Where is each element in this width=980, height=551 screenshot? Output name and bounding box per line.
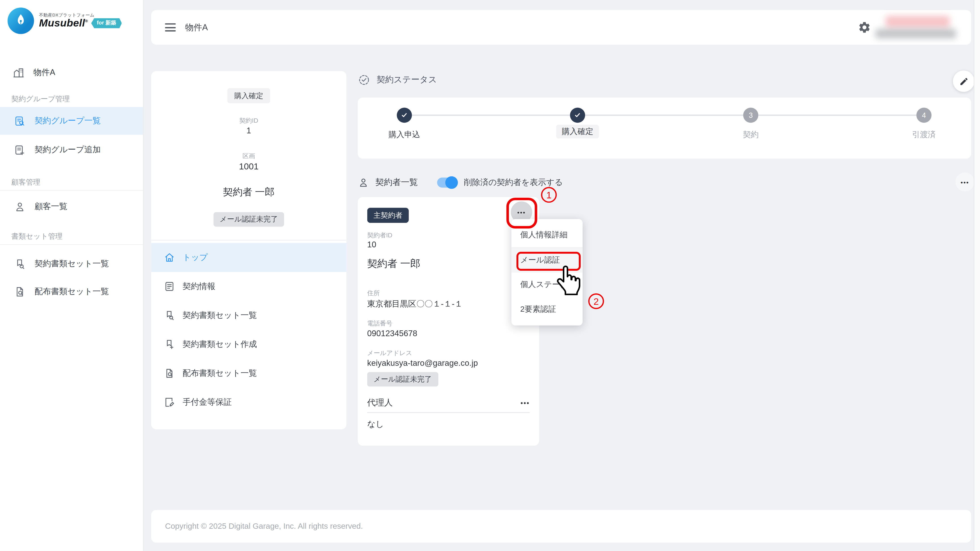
purchase-status-chip: 購入確定 (228, 88, 270, 103)
step-circle-number: 3 (743, 108, 758, 123)
redacted-role-text (886, 16, 950, 28)
group-menu-deposit-guarantee[interactable]: 手付金等保証 (151, 388, 347, 417)
pencil-icon (959, 76, 968, 86)
document-search-icon (14, 115, 26, 127)
group-menu-label: 契約情報 (183, 281, 215, 292)
dashed-circle-check-icon (358, 74, 371, 86)
logo-tagline: 不動産DXプラットフォーム (39, 12, 122, 17)
sidebar-item-contract-group-add[interactable]: 契約グループ追加 (0, 136, 143, 164)
group-menu-contract-docset-create[interactable]: 契約書類セット作成 (151, 330, 347, 359)
phone-value: 09012345678 (367, 329, 417, 338)
bookmark-search-icon (14, 258, 26, 270)
email-value: keiyakusya-taro@garage.co.jp (367, 358, 478, 368)
step-connector (585, 115, 743, 116)
hand-cursor-icon (557, 265, 583, 297)
document-plus-icon (14, 144, 26, 156)
person-icon (358, 177, 369, 188)
step-label: 契約 (743, 130, 759, 140)
divider (151, 240, 347, 240)
contract-id-value: 1 (151, 126, 347, 135)
show-deleted-label: 削除済の契約者を表示する (464, 177, 563, 188)
hamburger-menu-icon[interactable] (165, 23, 176, 32)
step-circle-number: 4 (916, 108, 931, 123)
bookmark-plus-icon (164, 338, 175, 350)
sidebar-section-customer: 顧客管理 (11, 178, 40, 187)
group-menu-contract-docset-list[interactable]: 契約書類セット一覧 (151, 301, 347, 330)
gear-icon[interactable] (858, 21, 871, 34)
sidebar-item-customer-list[interactable]: 顧客一覧 (0, 192, 143, 220)
sidebar-item-label: 顧客一覧 (35, 201, 67, 212)
group-menu-label: 手付金等保証 (183, 397, 232, 408)
sidebar-item-label: 契約グループ追加 (35, 144, 101, 156)
lot-value: 1001 (151, 161, 347, 171)
document-lines-icon (164, 281, 175, 292)
document-pen-icon (164, 397, 175, 408)
user-account-menu[interactable] (875, 14, 959, 42)
page-search-icon (14, 286, 26, 297)
edit-status-button[interactable] (953, 71, 974, 92)
contract-group-card: 購入確定 契約ID 1 区画 1001 契約者 一郎 メール認証未完了 トップ … (151, 71, 347, 429)
group-owner-name: 契約者 一郎 (151, 186, 347, 199)
mail-verification-chip: メール認証未完了 (213, 212, 284, 227)
step-connector (758, 115, 916, 116)
sidebar-item-label: 契約グループ一覧 (35, 115, 101, 127)
sidebar-item-contract-docset-list[interactable]: 契約書類セット一覧 (0, 250, 143, 278)
footer: Copyright © 2025 Digital Garage, Inc. Al… (151, 510, 971, 543)
divider (0, 244, 143, 245)
annotation-circle-1: 1 (541, 187, 557, 203)
annotation-circle-2: 2 (588, 294, 604, 309)
copyright-text: Copyright © 2025 Digital Garage, Inc. Al… (165, 522, 363, 531)
group-menu-top[interactable]: トップ (151, 243, 347, 272)
step-circle-done (397, 108, 412, 123)
home-icon (164, 252, 175, 263)
topbar: 物件A (151, 10, 971, 45)
step-circle-done (570, 108, 585, 123)
group-menu-label: 契約書類セット作成 (183, 338, 257, 350)
pen-nib-logo-icon (8, 8, 34, 34)
step-label-current: 購入確定 (556, 125, 599, 138)
app: 不動産DXプラットフォーム Musubell® for 新築 物件A 契約グルー… (0, 0, 980, 551)
contractor-name: 契約者 一郎 (367, 257, 420, 271)
redacted-user-name (875, 29, 956, 38)
lot-label: 区画 (151, 152, 347, 160)
contract-id-label: 契約ID (151, 116, 347, 125)
group-menu-dist-docset-list[interactable]: 配布書類セット一覧 (151, 359, 347, 388)
divider (367, 412, 530, 413)
sidebar-section-contract-group: 契約グループ管理 (11, 94, 70, 104)
group-menu-label: トップ (183, 252, 208, 263)
topbar-title: 物件A (185, 10, 208, 45)
main-contractor-badge: 主契約者 (367, 208, 409, 223)
sidebar-item-dist-docset-list[interactable]: 配布書類セット一覧 (0, 278, 143, 305)
agent-row: 代理人 ••• (367, 397, 530, 408)
agent-kebab-button[interactable]: ••• (520, 399, 530, 407)
kebab-icon: ••• (961, 179, 969, 186)
registered-mark: ® (85, 19, 88, 23)
address-label: 住所 (367, 289, 380, 298)
mail-verification-chip: メール認証未完了 (367, 372, 438, 386)
email-label: メールアドレス (367, 349, 412, 358)
contract-status-header: 契約ステータス (358, 74, 437, 86)
sidebar-property-label: 物件A (33, 67, 55, 78)
contractor-id-label: 契約者ID (367, 231, 393, 240)
screen: 不動産DXプラットフォーム Musubell® for 新築 物件A 契約グルー… (0, 0, 980, 551)
contractors-kebab-button[interactable]: ••• (956, 173, 974, 191)
sidebar-section-docset: 書類セット管理 (11, 232, 63, 241)
contractors-title: 契約者一覧 (375, 177, 418, 188)
contract-status-card: 3 4 購入申込 購入確定 契約 引渡済 (358, 97, 971, 159)
sidebar-item-property[interactable]: 物件A (0, 62, 143, 83)
sidebar-item-contract-group-list[interactable]: 契約グループ一覧 (0, 107, 143, 135)
menu-item-two-factor[interactable]: 2要素認証 (511, 297, 583, 322)
sidebar: 不動産DXプラットフォーム Musubell® for 新築 物件A 契約グルー… (0, 0, 144, 551)
scrollbar[interactable] (974, 0, 980, 551)
divider (0, 190, 143, 191)
contractor-id-value: 10 (367, 240, 376, 249)
annotation-box-kebab (506, 198, 538, 229)
building-home-icon (13, 66, 25, 78)
step-label: 購入申込 (389, 130, 420, 140)
phone-label: 電話番号 (367, 319, 393, 328)
show-deleted-toggle[interactable] (437, 178, 456, 187)
musubell-logo[interactable]: 不動産DXプラットフォーム Musubell® for 新築 (8, 8, 122, 34)
logo-text: 不動産DXプラットフォーム Musubell® for 新築 (39, 12, 122, 29)
group-menu-label: 配布書類セット一覧 (183, 368, 257, 379)
group-menu-contract-info[interactable]: 契約情報 (151, 272, 347, 301)
